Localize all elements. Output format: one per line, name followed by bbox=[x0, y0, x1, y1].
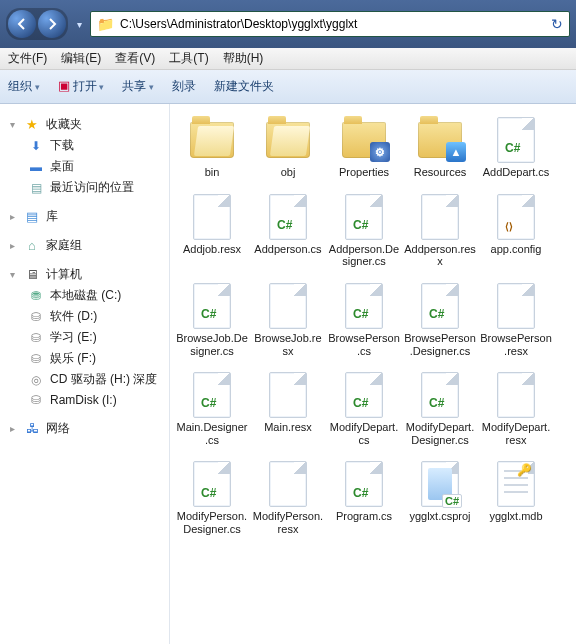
sidebar-item-label: CD 驱动器 (H:) 深度 bbox=[50, 371, 157, 388]
sidebar-label: 收藏夹 bbox=[46, 116, 82, 133]
address-bar[interactable]: 📁 ↻ bbox=[90, 11, 570, 37]
file-item[interactable]: C#BrowsePerson.cs bbox=[326, 278, 402, 361]
file-item[interactable]: C#BrowsePerson.Designer.cs bbox=[402, 278, 478, 361]
toolbar-burn[interactable]: 刻录 bbox=[172, 78, 196, 95]
sidebar-libraries[interactable]: ▸ ▤ 库 bbox=[0, 206, 169, 227]
sidebar-item[interactable]: ⛃本地磁盘 (C:) bbox=[0, 285, 169, 306]
toolbar-newfolder[interactable]: 新建文件夹 bbox=[214, 78, 274, 95]
file-icon: C# bbox=[340, 282, 388, 330]
sidebar-item[interactable]: ⛁RamDisk (I:) bbox=[0, 390, 169, 410]
file-item[interactable]: BrowseJob.resx bbox=[250, 278, 326, 361]
file-icon: C# bbox=[492, 116, 540, 164]
forward-button[interactable] bbox=[38, 10, 66, 38]
sidebar-computer-head[interactable]: ▾ 🖥 计算机 bbox=[0, 264, 169, 285]
drive-icon: ⛁ bbox=[28, 309, 44, 325]
toolbar-share[interactable]: 共享 bbox=[122, 78, 154, 95]
file-name: AddDepart.cs bbox=[483, 166, 550, 179]
file-pane[interactable]: binobj⚙Properties▲ResourcesC#AddDepart.c… bbox=[170, 104, 576, 644]
file-item[interactable]: ⟨⟩app.config bbox=[478, 189, 554, 272]
sidebar-item-icon: ▬ bbox=[28, 159, 44, 175]
open-icon: ▣ bbox=[58, 78, 70, 93]
sidebar-item[interactable]: ▬桌面 bbox=[0, 156, 169, 177]
file-item[interactable]: C#Program.cs bbox=[326, 456, 402, 539]
drive-icon: ◎ bbox=[28, 372, 44, 388]
file-item[interactable]: 🔑ygglxt.mdb bbox=[478, 456, 554, 539]
file-item[interactable]: C#ModifyDepart.Designer.cs bbox=[402, 367, 478, 450]
file-item[interactable]: BrowsePerson.resx bbox=[478, 278, 554, 361]
file-name: ModifyPerson.Designer.cs bbox=[176, 510, 248, 535]
toolbar-open[interactable]: ▣ 打开 bbox=[58, 78, 105, 95]
file-icon: C# bbox=[416, 282, 464, 330]
file-item[interactable]: bin bbox=[174, 112, 250, 183]
address-input[interactable] bbox=[120, 17, 545, 31]
sidebar-item[interactable]: ▤最近访问的位置 bbox=[0, 177, 169, 198]
menu-view[interactable]: 查看(V) bbox=[115, 50, 155, 67]
sidebar-item[interactable]: ⬇下载 bbox=[0, 135, 169, 156]
sidebar-item-label: 本地磁盘 (C:) bbox=[50, 287, 121, 304]
content-split: ▾ ★ 收藏夹 ⬇下载▬桌面▤最近访问的位置 ▸ ▤ 库 ▸ ⌂ 家庭组 ▾ bbox=[0, 104, 576, 644]
menu-edit[interactable]: 编辑(E) bbox=[61, 50, 101, 67]
sidebar-homegroup[interactable]: ▸ ⌂ 家庭组 bbox=[0, 235, 169, 256]
file-name: Main.resx bbox=[264, 421, 312, 434]
sidebar-item[interactable]: ⛁娱乐 (F:) bbox=[0, 348, 169, 369]
file-name: Addperson.cs bbox=[254, 243, 321, 256]
file-item[interactable]: C#ModifyDepart.cs bbox=[326, 367, 402, 450]
sidebar-label: 家庭组 bbox=[46, 237, 82, 254]
chevron-down-icon: ▾ bbox=[10, 119, 18, 130]
file-item[interactable]: C#Addperson.cs bbox=[250, 189, 326, 272]
nav-buttons bbox=[6, 8, 68, 40]
file-item[interactable]: C#Addperson.Designer.cs bbox=[326, 189, 402, 272]
file-icon: C# bbox=[188, 460, 236, 508]
file-item[interactable]: C#Main.Designer.cs bbox=[174, 367, 250, 450]
file-icon bbox=[264, 460, 312, 508]
file-item[interactable]: C#ModifyPerson.Designer.cs bbox=[174, 456, 250, 539]
file-item[interactable]: ModifyPerson.resx bbox=[250, 456, 326, 539]
history-dropdown[interactable]: ▾ bbox=[72, 19, 86, 30]
file-name: Addperson.Designer.cs bbox=[328, 243, 400, 268]
sidebar-item[interactable]: ⛁软件 (D:) bbox=[0, 306, 169, 327]
file-name: Properties bbox=[339, 166, 389, 179]
toolbar-organize[interactable]: 组织 bbox=[8, 78, 40, 95]
titlebar: ▾ 📁 ↻ bbox=[0, 0, 576, 48]
file-icon: C# bbox=[340, 371, 388, 419]
sidebar-item[interactable]: ⛁学习 (E:) bbox=[0, 327, 169, 348]
file-icon bbox=[492, 371, 540, 419]
file-item[interactable]: ▲Resources bbox=[402, 112, 478, 183]
file-icon bbox=[492, 282, 540, 330]
file-name: Main.Designer.cs bbox=[176, 421, 248, 446]
menu-file[interactable]: 文件(F) bbox=[8, 50, 47, 67]
file-icon: C# bbox=[340, 460, 388, 508]
file-name: BrowseJob.Designer.cs bbox=[176, 332, 248, 357]
file-item[interactable]: ModifyDepart.resx bbox=[478, 367, 554, 450]
drive-icon: ⛃ bbox=[28, 288, 44, 304]
computer-icon: 🖥 bbox=[24, 267, 40, 283]
file-name: ModifyDepart.resx bbox=[480, 421, 552, 446]
sidebar-item-label: 最近访问的位置 bbox=[50, 179, 134, 196]
sidebar-network[interactable]: ▸ 🖧 网络 bbox=[0, 418, 169, 439]
sidebar-item-label: 娱乐 (F:) bbox=[50, 350, 96, 367]
refresh-icon[interactable]: ↻ bbox=[551, 16, 563, 32]
file-item[interactable]: C#ygglxt.csproj bbox=[402, 456, 478, 539]
folder-icon: 📁 bbox=[97, 16, 114, 32]
sidebar-favorites-head[interactable]: ▾ ★ 收藏夹 bbox=[0, 114, 169, 135]
file-item[interactable]: C#AddDepart.cs bbox=[478, 112, 554, 183]
menu-help[interactable]: 帮助(H) bbox=[223, 50, 264, 67]
chevron-right-icon: ▸ bbox=[10, 240, 18, 251]
file-name: BrowsePerson.resx bbox=[480, 332, 552, 357]
file-icon: ⟨⟩ bbox=[492, 193, 540, 241]
menu-tools[interactable]: 工具(T) bbox=[169, 50, 208, 67]
sidebar-item[interactable]: ◎CD 驱动器 (H:) 深度 bbox=[0, 369, 169, 390]
file-item[interactable]: ⚙Properties bbox=[326, 112, 402, 183]
drive-icon: ⛁ bbox=[28, 392, 44, 408]
file-icon: ⚙ bbox=[340, 116, 388, 164]
file-item[interactable]: obj bbox=[250, 112, 326, 183]
file-item[interactable]: Addjob.resx bbox=[174, 189, 250, 272]
file-name: Addperson.resx bbox=[404, 243, 476, 268]
file-item[interactable]: Addperson.resx bbox=[402, 189, 478, 272]
file-item[interactable]: C#BrowseJob.Designer.cs bbox=[174, 278, 250, 361]
back-button[interactable] bbox=[8, 10, 36, 38]
file-icon: ▲ bbox=[416, 116, 464, 164]
chevron-right-icon: ▸ bbox=[10, 211, 18, 222]
file-icon bbox=[264, 116, 312, 164]
file-item[interactable]: Main.resx bbox=[250, 367, 326, 450]
